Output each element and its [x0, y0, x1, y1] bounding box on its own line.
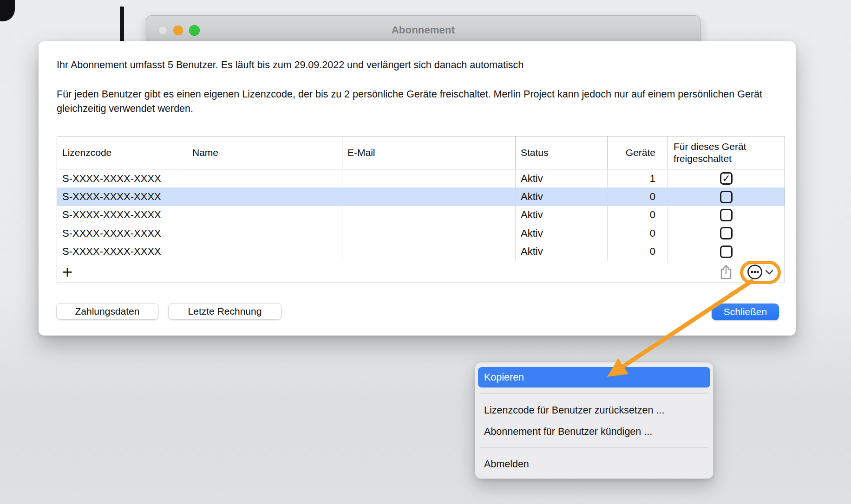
minimize-window-button[interactable] — [173, 26, 183, 35]
window-title: Abonnement — [392, 24, 455, 36]
device-enabled-checkbox[interactable] — [720, 209, 733, 221]
column-header-status[interactable]: Status — [516, 136, 608, 169]
device-enabled-checkbox[interactable] — [720, 191, 733, 203]
table-row[interactable]: S-XXXX-XXXX-XXXX Aktiv 0 — [57, 243, 785, 261]
cell-email — [342, 169, 516, 187]
table-row[interactable]: S-XXXX-XXXX-XXXX Aktiv 0 — [57, 224, 785, 242]
annotation-circle — [740, 261, 781, 284]
column-header-lizenzcode[interactable]: Lizenzcode — [57, 136, 187, 169]
menu-item-lizenzcode-zuruecksetzen[interactable]: Lizenzcode für Benutzer zurücksetzen ... — [478, 400, 710, 421]
cell-lizenzcode: S-XXXX-XXXX-XXXX — [57, 169, 187, 187]
table-header-row: Lizenzcode Name E-Mail Status Geräte Für… — [57, 136, 785, 169]
schliessen-button[interactable]: Schließen — [712, 304, 779, 320]
license-info-text: Für jeden Benutzer gibt es einen eigenen… — [57, 87, 786, 116]
cell-freigeschaltet — [668, 206, 785, 224]
cell-geraete: 1 — [608, 169, 668, 187]
subscription-dialog: Ihr Abonnement umfasst 5 Benutzer. Es lä… — [39, 41, 796, 336]
add-user-button[interactable]: + — [62, 265, 78, 279]
device-enabled-checkbox[interactable]: ✓ — [720, 172, 733, 185]
table-row[interactable]: S-XXXX-XXXX-XXXX Aktiv 0 — [57, 187, 785, 206]
cell-name — [187, 206, 342, 224]
cell-lizenzcode: S-XXXX-XXXX-XXXX — [57, 206, 187, 224]
window-titlebar: Abonnement — [146, 15, 700, 45]
table-toolbar: + — [57, 261, 785, 283]
cell-status: Aktiv — [516, 224, 608, 242]
cell-status: Aktiv — [516, 187, 608, 206]
cell-email — [342, 243, 516, 261]
cell-email — [342, 224, 516, 242]
device-enabled-checkbox[interactable] — [720, 246, 733, 258]
cell-geraete: 0 — [608, 224, 668, 242]
context-menu: Kopieren Lizenzcode für Benutzer zurücks… — [475, 362, 714, 479]
device-enabled-checkbox[interactable] — [720, 227, 733, 239]
close-window-button[interactable] — [158, 26, 167, 35]
cell-lizenzcode: S-XXXX-XXXX-XXXX — [57, 187, 187, 206]
table-row[interactable]: S-XXXX-XXXX-XXXX Aktiv 0 — [57, 206, 785, 224]
cell-status: Aktiv — [516, 243, 608, 261]
share-icon[interactable] — [719, 264, 733, 280]
menu-item-abonnement-kuendigen[interactable]: Abonnement für Benutzer kündigen ... — [478, 421, 710, 442]
cell-geraete: 0 — [608, 206, 668, 224]
cell-status: Aktiv — [516, 206, 608, 224]
table-row[interactable]: S-XXXX-XXXX-XXXX Aktiv 1 ✓ — [57, 169, 785, 187]
column-header-geraete[interactable]: Geräte — [608, 136, 668, 169]
cell-lizenzcode: S-XXXX-XXXX-XXXX — [57, 224, 187, 242]
license-table: Lizenzcode Name E-Mail Status Geräte Für… — [57, 136, 785, 283]
column-header-email[interactable]: E-Mail — [342, 136, 516, 169]
cell-freigeschaltet — [668, 243, 785, 261]
cell-name — [187, 224, 342, 242]
menu-separator — [480, 447, 708, 448]
cell-freigeschaltet: ✓ — [668, 169, 785, 187]
background-window-edge — [120, 6, 124, 43]
cell-freigeschaltet — [668, 224, 785, 242]
cell-status: Aktiv — [516, 169, 608, 187]
cell-geraete: 0 — [608, 243, 668, 261]
cell-lizenzcode: S-XXXX-XXXX-XXXX — [57, 243, 187, 261]
cell-email — [342, 187, 516, 206]
background-window-corner — [0, 0, 15, 21]
column-header-freigeschaltet[interactable]: Für dieses Gerät freigeschaltet — [668, 136, 785, 169]
cell-email — [342, 206, 516, 224]
menu-separator — [480, 393, 708, 394]
cell-geraete: 0 — [608, 187, 668, 206]
column-header-name[interactable]: Name — [187, 136, 342, 169]
letzte-rechnung-button[interactable]: Letzte Rechnung — [168, 303, 281, 320]
cell-freigeschaltet — [668, 187, 785, 206]
zahlungsdaten-button[interactable]: Zahlungsdaten — [56, 303, 158, 320]
cell-name — [187, 243, 342, 261]
subscription-summary-text: Ihr Abonnement umfasst 5 Benutzer. Es lä… — [57, 58, 786, 72]
zoom-window-button[interactable] — [189, 25, 200, 36]
cell-name — [187, 169, 342, 187]
menu-item-abmelden[interactable]: Abmelden — [478, 453, 710, 475]
traffic-lights — [158, 16, 200, 45]
menu-item-kopieren[interactable]: Kopieren — [478, 367, 710, 388]
cell-name — [187, 187, 342, 206]
